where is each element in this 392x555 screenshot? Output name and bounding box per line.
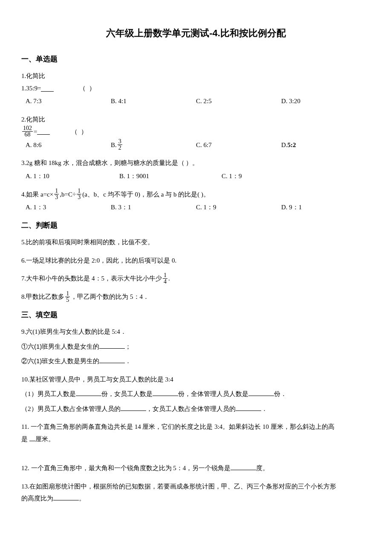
q2-fraction: 102 68: [22, 125, 33, 138]
q1-opt-b: B. 4:1: [111, 95, 196, 107]
q2-opt-d: D. 5:2: [281, 139, 366, 151]
q2-d-prefix: D.: [281, 139, 288, 151]
q10-sub1: （1）男员工人数是份，女员工人数是份，全体管理人员人数是份．: [21, 388, 371, 400]
q1-opt-a: A. 7:3: [26, 95, 111, 107]
frac-den: 68: [24, 132, 32, 138]
q3-text: 3.2g 糖和 18kg 水，混合成糖水，则糖与糖水的质量比是（ ）。: [21, 157, 371, 169]
q12-post: 度。: [256, 465, 269, 471]
blank: [248, 390, 274, 396]
question-5: 5.比的前项和后项同时乘相同的数，比值不变。: [21, 236, 371, 249]
q10-s2a: （2）男员工人数占全体管理人员的: [21, 405, 121, 412]
q11-line2: 是 厘米。: [21, 433, 371, 445]
q7-pre: 7.大牛和小牛的头数比是 4：5，表示大牛比小牛少: [21, 272, 162, 285]
section-2-header: 二、判断题: [21, 220, 371, 231]
frac-num: 3: [118, 139, 122, 145]
blank: [37, 128, 50, 135]
blank: [99, 357, 125, 363]
q4-f1: 1 3: [54, 188, 59, 200]
q2-opt-a: A. 8:6: [26, 139, 111, 151]
q2-equals: =: [34, 126, 37, 138]
q1-expr: 1.35:9=: [21, 82, 41, 95]
q10-s1a: （1）男员工人数是: [21, 390, 76, 397]
question-9: 9.六(1)班男生与女生人数的比是 5:4． ①六(1)班男生人数是女生的； ②…: [21, 326, 371, 367]
frac-num: 1: [65, 291, 70, 297]
q11-l2-pre: 是: [21, 436, 29, 442]
q10-s1b: 份，女员工人数是: [101, 390, 153, 397]
q9-sub1-post: ；: [125, 343, 131, 350]
section-1-header: 一、单选题: [21, 53, 371, 65]
q11-line1: 11. 一个直角三角形的两条直角边共长是 14 厘米，它们的长度之比是 3:4。…: [21, 421, 371, 433]
q1-expr-line: 1.35:9= （ ）: [21, 82, 371, 95]
q4-opt-c: C. 1：9: [196, 201, 281, 214]
frac-num: 1: [54, 188, 59, 194]
blank: [41, 85, 54, 92]
q4-opt-a: A. 1：3: [26, 201, 111, 214]
q10-s1d: 份．: [274, 390, 287, 397]
q2-text: 2.化简比: [21, 113, 371, 126]
blank: [231, 464, 256, 470]
question-12: 12. 一个直角三角形中，最大角和一个锐角度数之比为 5：4，另一个锐角是度。: [21, 462, 371, 474]
q13-line1: 13.在如图扇形统计图中，根据所给的已知数据，若要画成条形统计图，甲、乙、丙三个…: [21, 480, 371, 493]
q4-text: 4.如果 a=c× 1 3 ,b=C÷ 1 3 (a、b、c 均不等于 0)，那…: [21, 188, 371, 200]
question-10: 10.某社区管理人员中，男员工与女员工人数的比是 3:4 （1）男员工人数是份，…: [21, 373, 371, 415]
q13-line2: 的高度比为。: [21, 492, 371, 505]
q2-opt-c: C. 6:7: [196, 139, 281, 151]
q4-opt-b: B. 3：1: [111, 201, 196, 214]
q9-sub1: ①六(1)班男生人数是女生的；: [21, 341, 371, 353]
q1-opt-c: C. 2:5: [196, 95, 281, 107]
question-4: 4.如果 a=c× 1 3 ,b=C÷ 1 3 (a、b、c 均不等于 0)，那…: [21, 188, 371, 214]
question-11: 11. 一个直角三角形的两条直角边共长是 14 厘米，它们的长度之比是 3:4。…: [21, 421, 371, 445]
paren: （ ）: [71, 126, 88, 138]
q4-post: (a、b、c 均不等于 0)，那么 a 与 b 的比是( )。: [82, 188, 210, 201]
q1-opt-d: D. 3:20: [281, 95, 366, 107]
paren: （ ）: [79, 82, 96, 95]
q8-frac: 1 5: [65, 291, 70, 303]
question-3: 3.2g 糖和 18kg 水，混合成糖水，则糖与糖水的质量比是（ ）。 A. 1…: [21, 157, 371, 182]
q10-s2c: ．: [261, 405, 268, 412]
q13-l2-post: 。: [79, 495, 85, 502]
q7-frac: 1 4: [163, 272, 167, 285]
q2-b-frac: 3 2: [118, 139, 122, 151]
question-13: 13.在如图扇形统计图中，根据所给的已知数据，若要画成条形统计图，甲、乙、丙三个…: [21, 480, 371, 505]
frac-num: 1: [163, 272, 167, 279]
q10-sub2: （2）男员工人数占全体管理人员的，女员工人数占全体管理人员的．: [21, 403, 371, 415]
frac-den: 2: [118, 145, 122, 151]
q9-sub2: ②六(1)班女生人数是男生的．: [21, 355, 371, 367]
q2-expr-line: 102 68 = （ ）: [21, 125, 371, 138]
blank: [153, 390, 178, 396]
q4-mid: ,b=C÷: [60, 188, 76, 201]
q2-options: A. 8:6 B. 3 2 C. 6:7 D. 5:2: [21, 139, 371, 151]
question-1: 1.化简比 1.35:9= （ ） A. 7:3 B. 4:1 C. 2:5 D…: [21, 70, 371, 107]
q9-sub2-post: ．: [125, 358, 131, 364]
q2-opt-b: B. 3 2: [111, 139, 196, 151]
frac-den: 4: [163, 279, 167, 285]
blank: [236, 405, 261, 411]
q10-text: 10.某社区管理人员中，男员工与女员工人数的比是 3:4: [21, 373, 371, 386]
q13-l2-pre: 的高度比为: [21, 495, 53, 502]
frac-den: 5: [65, 297, 70, 303]
blank: [76, 390, 101, 396]
frac-den: 3: [77, 194, 81, 200]
blank: [99, 342, 125, 349]
q9-text: 9.六(1)班男生与女生人数的比是 5:4．: [21, 326, 371, 338]
q7-post: .: [168, 272, 170, 285]
q3-opt-c: C. 1：9: [222, 170, 307, 182]
q9-sub1-pre: ①六(1)班男生人数是女生的: [21, 343, 99, 350]
q1-options: A. 7:3 B. 4:1 C. 2:5 D. 3:20: [21, 95, 371, 107]
q10-s2b: ，女员工人数占全体管理人员的: [146, 405, 236, 412]
q8-post: ，甲乙两个数的比为 5：4．: [71, 291, 149, 303]
question-6: 6.一场足球比赛的比分是 2:0，因此，比的后项可以是 0.: [21, 254, 371, 267]
q1-text: 1.化简比: [21, 70, 371, 82]
question-8: 8.甲数比乙数多 1 5 ，甲乙两个数的比为 5：4．: [21, 291, 371, 303]
question-7: 7.大牛和小牛的头数比是 4：5，表示大牛比小牛少 1 4 .: [21, 272, 371, 285]
q12-pre: 12. 一个直角三角形中，最大角和一个锐角度数之比为 5：4，另一个锐角是: [21, 465, 231, 471]
q3-options: A. 1：10 B. 1：9001 C. 1：9: [21, 170, 371, 182]
question-2: 2.化简比 102 68 = （ ） A. 8:6 B. 3 2 C. 6:7 …: [21, 113, 371, 151]
q3-opt-b: B. 1：9001: [119, 170, 222, 182]
q11-l2-post: 厘米。: [35, 436, 55, 442]
q9-sub2-pre: ②六(1)班女生人数是男生的: [21, 357, 99, 364]
blank: [29, 435, 35, 441]
q4-opt-d: D. 9：1: [281, 201, 366, 214]
q4-pre: 4.如果 a=c×: [21, 188, 53, 201]
q2-b-prefix: B.: [111, 139, 117, 151]
